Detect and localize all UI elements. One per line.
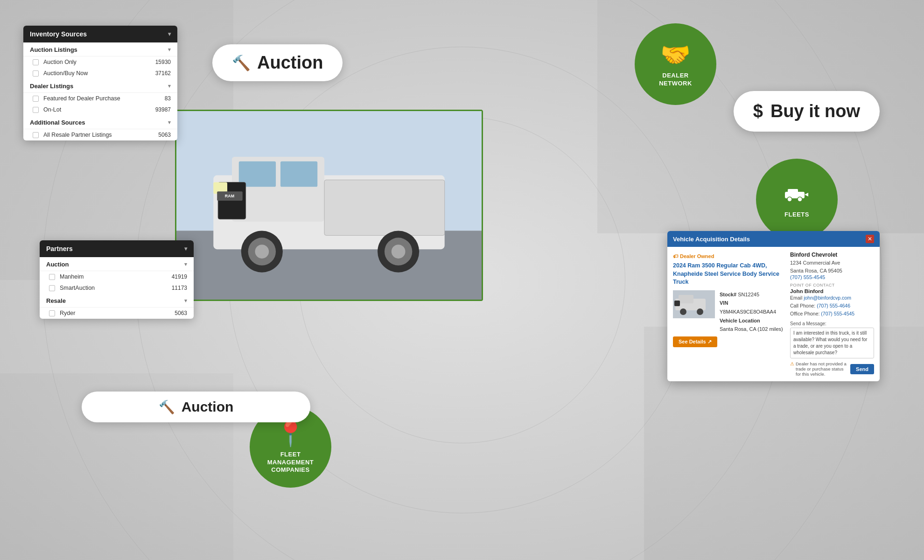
auction-badge-text: Auction — [257, 53, 323, 73]
contact-email[interactable]: john@binfordcvp.com — [804, 295, 851, 301]
truck-image-placeholder: RAM — [176, 111, 482, 300]
call-phone[interactable]: (707) 555-4646 — [817, 303, 850, 308]
resale-partner-item[interactable]: All Resale Partner Listings 5063 — [23, 129, 177, 140]
message-box[interactable]: I am interested in this truck, is it sti… — [790, 328, 874, 358]
fleets-label: FLEETS — [784, 211, 809, 219]
send-row: ⚠ Dealer has not provided a trade or pur… — [790, 361, 874, 377]
stock-label: Stock# — [720, 292, 738, 297]
additional-sources-header[interactable]: Additional Sources ▾ — [23, 115, 177, 129]
see-details-button[interactable]: See Details ↗ — [673, 336, 717, 347]
on-lot-count: 93987 — [155, 106, 171, 113]
partners-panel-title: Partners — [46, 245, 73, 252]
acquisition-panel: Vehicle Acquisition Details ✕ 🏷 Dealer O… — [667, 231, 880, 381]
on-lot-item[interactable]: On-Lot 93987 — [23, 104, 177, 115]
resale-chevron: ▾ — [184, 298, 187, 304]
additional-sources-chevron: ▾ — [168, 119, 171, 126]
inventory-panel: Inventory Sources ▾ Auction Listings ▾ A… — [23, 26, 177, 140]
auction-only-count: 15930 — [155, 59, 171, 65]
acquisition-panel-title: Vehicle Acquisition Details — [673, 236, 750, 243]
vehicle-info: Stock# SN12245 VIN Y8M4KAS9CE8O4BAA4 Veh… — [720, 290, 784, 334]
dealer-owned-text: Dealer Owned — [680, 253, 714, 259]
smartauction-count: 11173 — [172, 285, 187, 291]
stock-value: SN12245 — [738, 292, 759, 297]
dealer-owned-icon: 🏷 — [673, 253, 678, 259]
resale-header[interactable]: Resale ▾ — [40, 294, 194, 308]
dealer-listings-header[interactable]: Dealer Listings ▾ — [23, 79, 177, 93]
smartauction-checkbox[interactable] — [49, 285, 55, 291]
svg-rect-26 — [674, 301, 680, 306]
ryder-checkbox[interactable] — [49, 310, 55, 316]
acquisition-right: Binford Chevrolet 1234 Commercial AveSan… — [790, 252, 874, 377]
vehicle-title: 2024 Ram 3500 Regular Cab 4WD, Knapheide… — [673, 262, 784, 287]
location-label: Vehicle Location — [720, 318, 760, 323]
auction-only-item[interactable]: Auction Only 15930 — [23, 56, 177, 68]
location-value: Santa Rosa, CA (102 miles) — [720, 326, 783, 332]
manheim-label: Manheim — [60, 273, 172, 280]
on-lot-checkbox[interactable] — [33, 107, 39, 113]
smartauction-label: SmartAuction — [60, 285, 172, 291]
svg-rect-23 — [679, 295, 693, 303]
warning-message: Dealer has not provided a trade or purch… — [796, 361, 847, 377]
partners-auction-header[interactable]: Auction ▾ — [40, 257, 194, 271]
featured-dealer-item[interactable]: Featured for Dealer Purchase 83 — [23, 93, 177, 104]
svg-point-11 — [255, 245, 269, 259]
manheim-count: 41919 — [172, 273, 187, 280]
auction-buy-now-item[interactable]: Auction/Buy Now 37162 — [23, 68, 177, 79]
main-content: Inventory Sources ▾ Auction Listings ▾ A… — [0, 0, 924, 560]
manheim-checkbox[interactable] — [49, 274, 55, 280]
svg-rect-6 — [280, 161, 317, 187]
featured-dealer-label: Featured for Dealer Purchase — [43, 95, 165, 102]
close-acquisition-button[interactable]: ✕ — [866, 235, 874, 243]
dealer-address: 1234 Commercial AveSanta Rosa, CA 95405 — [790, 259, 874, 274]
auction-only-label: Auction Only — [43, 59, 155, 65]
svg-point-19 — [787, 197, 792, 202]
resale-partner-checkbox[interactable] — [33, 132, 39, 138]
vin-label: VIN — [720, 300, 728, 306]
auction-bottom-text: Auction — [182, 399, 234, 415]
fleet-car-icon — [784, 180, 810, 208]
svg-point-25 — [697, 308, 703, 315]
vehicle-thumbnail — [673, 290, 715, 318]
auction-only-checkbox[interactable] — [33, 59, 39, 65]
inventory-chevron-icon: ▾ — [168, 31, 171, 37]
buy-now-text: Buy it now — [770, 101, 860, 121]
acquisition-left: 🏷 Dealer Owned 2024 Ram 3500 Regular Cab… — [673, 252, 784, 377]
auction-buy-now-checkbox[interactable] — [33, 70, 39, 77]
send-button[interactable]: Send — [850, 364, 874, 374]
manheim-item[interactable]: Manheim 41919 — [40, 271, 194, 282]
svg-point-20 — [798, 197, 802, 202]
featured-dealer-checkbox[interactable] — [33, 96, 39, 102]
warning-text: ⚠ Dealer has not provided a trade or pur… — [790, 361, 847, 377]
auction-gavel-bottom-icon: 🔨 — [159, 399, 175, 415]
poc-label: POINT OF CONTACT — [790, 283, 874, 287]
ryder-item[interactable]: Ryder 5063 — [40, 308, 194, 319]
location-pin-icon: 📍 — [275, 420, 306, 448]
ryder-label: Ryder — [60, 310, 175, 316]
acquisition-panel-header: Vehicle Acquisition Details ✕ — [667, 231, 880, 247]
acquisition-body: 🏷 Dealer Owned 2024 Ram 3500 Regular Cab… — [667, 247, 880, 381]
auction-buy-now-label: Auction/Buy Now — [43, 70, 155, 77]
vin-value: Y8M4KAS9CE8O4BAA4 — [720, 309, 776, 315]
handshake-icon: 🤝 — [660, 41, 691, 69]
partners-panel-header[interactable]: Partners ▾ — [40, 240, 194, 257]
office-phone[interactable]: (707) 555-4545 — [821, 311, 854, 316]
dealer-network-circle[interactable]: 🤝 DEALERNETWORK — [635, 23, 716, 105]
auction-listings-header[interactable]: Auction Listings ▾ — [23, 42, 177, 56]
contact-name: John Binford — [790, 288, 874, 294]
auction-listings-label: Auction Listings — [30, 46, 77, 53]
resale-label: Resale — [46, 297, 66, 304]
dealer-network-label: DEALERNETWORK — [659, 72, 692, 88]
partners-panel: Partners ▾ Auction ▾ Manheim 41919 Smart… — [40, 240, 194, 319]
featured-dealer-count: 83 — [165, 95, 171, 102]
additional-sources-label: Additional Sources — [30, 119, 85, 126]
inventory-panel-header[interactable]: Inventory Sources ▾ — [23, 26, 177, 42]
ryder-count: 5063 — [175, 310, 187, 316]
buy-now-badge[interactable]: $ Buy it now — [734, 91, 880, 132]
dealer-phone[interactable]: (707) 555-4545 — [790, 274, 874, 280]
auction-buy-now-count: 37162 — [155, 70, 171, 77]
auction-gavel-icon: 🔨 — [232, 54, 251, 72]
call-phone-label: Call Phone: — [790, 303, 817, 308]
smartauction-item[interactable]: SmartAuction 11173 — [40, 282, 194, 294]
auction-listings-chevron: ▾ — [168, 47, 171, 53]
fleets-circle[interactable]: FLEETS — [756, 159, 838, 240]
